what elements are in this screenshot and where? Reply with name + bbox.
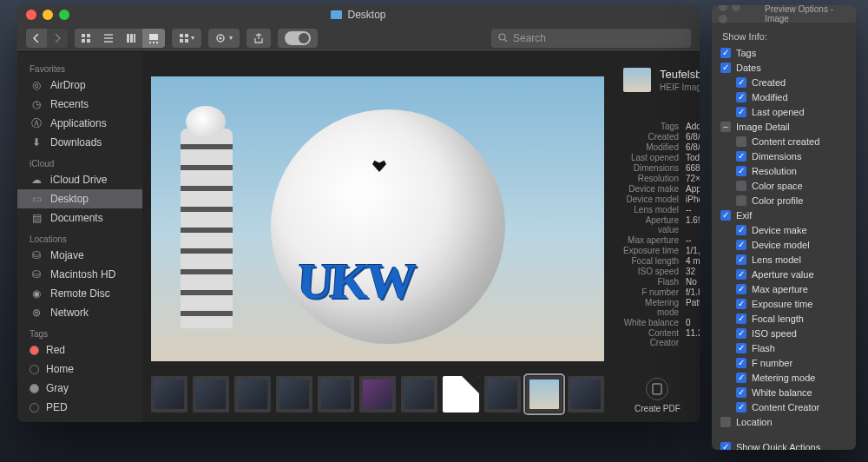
column-view-button[interactable] xyxy=(120,29,142,48)
option-dates[interactable]: ✓Dates xyxy=(720,60,847,75)
sidebar-item-label: Network xyxy=(50,307,89,319)
thumbnail[interactable] xyxy=(443,376,479,412)
icon-view-button[interactable] xyxy=(75,29,97,48)
thumbnail[interactable] xyxy=(484,376,521,412)
meta-value[interactable]: Add Tags... xyxy=(686,122,700,131)
option-content-created[interactable]: Content created xyxy=(720,134,847,148)
sidebar-item-recents[interactable]: ◷Recents xyxy=(17,95,142,114)
close-icon[interactable] xyxy=(719,5,727,11)
option-modified[interactable]: ✓Modified xyxy=(720,89,847,104)
meta-value: 72×72 xyxy=(686,174,700,183)
thumbnail[interactable] xyxy=(193,376,229,412)
option-label: Resolution xyxy=(752,166,797,176)
option-label: Location xyxy=(736,417,773,427)
option-color-profile[interactable]: Color profile xyxy=(720,193,847,208)
sidebar-item-airdrop[interactable]: ◎AirDrop xyxy=(17,76,142,95)
meta-value: 1.696 xyxy=(686,215,700,234)
option-flash[interactable]: ✓Flash xyxy=(720,340,847,355)
thumbnail-selected[interactable] xyxy=(526,376,562,412)
option-exposure-time[interactable]: ✓Exposure time xyxy=(720,296,847,311)
option-label: Modified xyxy=(752,92,788,102)
back-button[interactable] xyxy=(26,29,47,48)
thumbnail[interactable] xyxy=(359,376,396,412)
titlebar[interactable]: Desktop xyxy=(17,5,700,24)
option-label: Image Detail xyxy=(736,122,790,132)
thumbnail[interactable] xyxy=(276,376,312,412)
search-input[interactable]: Search xyxy=(491,29,691,48)
sidebar-item-applications[interactable]: ⒶApplications xyxy=(17,114,142,133)
panel-titlebar[interactable]: Preview Options - Image xyxy=(712,5,856,23)
option-label: Flash xyxy=(752,343,775,353)
action-button[interactable]: ▾ xyxy=(208,29,240,48)
option-exif[interactable]: ✓Exif xyxy=(720,208,847,222)
option-content-creator[interactable]: ✓Content Creator xyxy=(720,399,847,414)
option-metering-mode[interactable]: ✓Metering mode xyxy=(720,370,847,385)
sidebar-item-macintosh-hd[interactable]: ⛁Macintosh HD xyxy=(17,265,142,284)
arrange-button[interactable]: ▾ xyxy=(172,29,201,48)
option-max-aperture[interactable]: ✓Max aperture xyxy=(720,281,847,296)
sidebar-item-downloads[interactable]: ⬇Downloads xyxy=(17,133,142,152)
option-last-opened[interactable]: ✓Last opened xyxy=(720,104,847,119)
meta-value: 32 xyxy=(686,267,700,276)
option-aperture-value[interactable]: ✓Aperture value xyxy=(720,267,847,281)
option-image-detail[interactable]: –Image Detail xyxy=(720,119,847,134)
sidebar-item-ped[interactable]: PED xyxy=(17,398,142,417)
metadata-list: TagsAdd Tags...Created6/8/18, 11:54 PMMo… xyxy=(623,122,700,347)
minimize-icon[interactable] xyxy=(732,5,740,11)
meta-key: Device make xyxy=(623,184,686,194)
forward-button[interactable] xyxy=(47,29,68,48)
gallery-view-button[interactable] xyxy=(142,29,165,48)
create-pdf-action[interactable]: Create PDF xyxy=(635,378,681,413)
thumbnail[interactable] xyxy=(401,376,437,412)
sidebar-item-gray[interactable]: Gray xyxy=(17,379,142,398)
option-label: Content created xyxy=(752,136,819,147)
option-label: Lens model xyxy=(752,254,801,265)
meta-key: Exposure time xyxy=(623,246,686,255)
sidebar-item-documents[interactable]: ▤Documents xyxy=(17,208,142,228)
sidebar-item-purple[interactable]: Purple xyxy=(17,417,142,422)
sidebar-item-network[interactable]: ⊛Network xyxy=(17,303,142,322)
meta-value: Apple xyxy=(686,184,700,194)
show-quick-actions-checkbox[interactable]: ✓ Show Quick Actions xyxy=(720,439,847,450)
thumbnail[interactable] xyxy=(568,376,604,412)
share-button[interactable] xyxy=(247,29,271,48)
option-created[interactable]: ✓Created xyxy=(720,75,847,89)
option-iso-speed[interactable]: ✓ISO speed xyxy=(720,326,847,340)
sidebar-item-label: Recents xyxy=(50,98,89,110)
checkbox-icon: ✓ xyxy=(736,299,746,309)
option-device-model[interactable]: ✓Device model xyxy=(720,237,847,252)
meta-key: Max aperture xyxy=(623,235,686,245)
option-location[interactable]: Location xyxy=(720,414,847,429)
sidebar-item-desktop[interactable]: ▭Desktop xyxy=(17,189,142,208)
sidebar-item-mojave[interactable]: ⛁Mojave xyxy=(17,246,142,265)
sidebar-item-icloud-drive[interactable]: ☁iCloud Drive xyxy=(17,170,142,189)
svg-rect-1 xyxy=(87,34,90,37)
option-color-space[interactable]: Color space xyxy=(720,178,847,193)
applications-icon: Ⓐ xyxy=(30,117,43,129)
thumbnail[interactable] xyxy=(318,376,354,412)
svg-rect-7 xyxy=(149,34,158,40)
option-resolution[interactable]: ✓Resolution xyxy=(720,163,847,178)
thumbnail[interactable] xyxy=(151,376,187,412)
sidebar-item-red[interactable]: Red xyxy=(17,340,142,360)
sidebar-item-remote-disc[interactable]: ◉Remote Disc xyxy=(17,284,142,303)
sidebar-item-home[interactable]: Home xyxy=(17,360,142,379)
option-f-number[interactable]: ✓F number xyxy=(720,355,847,370)
downloads-icon: ⬇ xyxy=(30,136,43,148)
option-tags[interactable]: ✓Tags xyxy=(720,45,847,60)
option-device-make[interactable]: ✓Device make xyxy=(720,222,847,237)
gallery-preview[interactable]: UKW xyxy=(151,76,604,361)
option-white-balance[interactable]: ✓White balance xyxy=(720,385,847,399)
list-view-button[interactable] xyxy=(97,29,120,48)
thumbnail[interactable] xyxy=(234,376,271,412)
option-dimensions[interactable]: ✓Dimensions xyxy=(720,148,847,163)
checkbox-icon xyxy=(736,195,746,206)
option-lens-model[interactable]: ✓Lens model xyxy=(720,252,847,267)
thumbnail-strip[interactable] xyxy=(151,373,604,415)
svg-rect-14 xyxy=(185,39,188,43)
checkbox-icon: ✓ xyxy=(736,402,746,412)
option-focal-length[interactable]: ✓Focal length xyxy=(720,311,847,326)
meta-key: White balance xyxy=(623,318,686,327)
tags-button[interactable] xyxy=(278,29,318,48)
svg-rect-5 xyxy=(130,34,133,43)
